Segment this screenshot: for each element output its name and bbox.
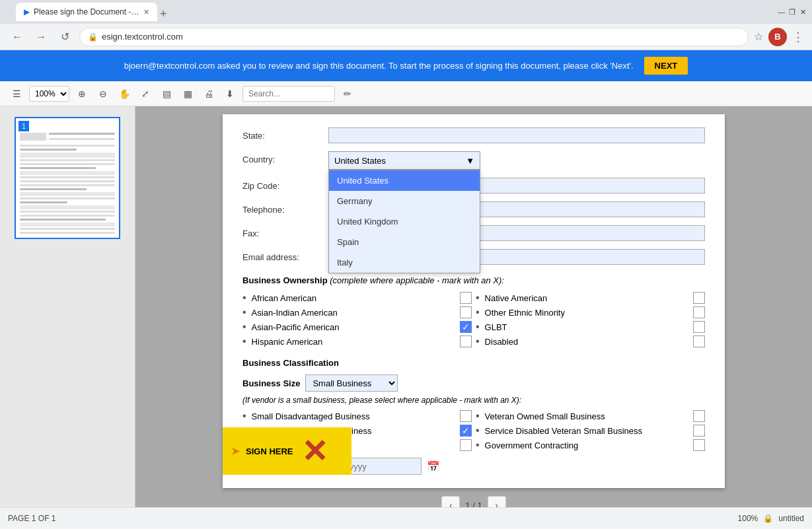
annotate-button[interactable]: ✏ [339, 85, 356, 102]
tab-close-button[interactable]: ✕ [143, 8, 149, 17]
status-lock-icon: 🔒 [763, 514, 773, 523]
ownership-row-hispanic: • Hispanic American [242, 335, 472, 347]
url-text: esign.textcontrol.com [102, 32, 183, 42]
profile-button[interactable]: B [768, 28, 787, 46]
main-area: 1 [0, 106, 812, 507]
check-mark-woman-icon: ✓ [462, 425, 470, 436]
prev-page-button[interactable]: ‹ [441, 496, 460, 507]
bookmark-button[interactable]: ☆ [754, 30, 763, 43]
restore-button[interactable]: ❐ [788, 8, 796, 16]
class-label-gov: Government Contracting [485, 441, 688, 450]
checkbox-small-dis[interactable] [460, 410, 472, 422]
notification-text: bjoern@textcontrol.com asked you to revi… [124, 61, 634, 71]
page-thumbnail[interactable]: 1 [15, 117, 120, 239]
small-biz-note: (If vendor is a small business, please s… [242, 396, 705, 405]
country-option-it[interactable]: Italy [329, 252, 480, 273]
tab-favicon-icon: ▶ [24, 7, 30, 17]
checkbox-hispanic[interactable] [460, 335, 472, 347]
back-button[interactable]: ← [8, 28, 26, 46]
status-right: 100% 🔒 untitled [738, 514, 804, 523]
ownership-row-glbt: • GLBT [476, 321, 705, 333]
ownership-row-other-ethnic: • Other Ethnic Minority [476, 306, 705, 318]
print-button[interactable]: 🖨 [200, 85, 217, 102]
minimize-button[interactable]: — [778, 8, 786, 16]
sign-here-label: SIGN HERE [246, 446, 293, 456]
status-tab-name: untitled [778, 514, 804, 523]
classification-title: Business Classification [242, 358, 705, 368]
ownership-label-african: African American [252, 293, 455, 303]
checkbox-gov[interactable] [693, 439, 705, 451]
classification-right-col: • Veteran Owned Small Business • Service… [476, 410, 705, 451]
zip-label: Zip Code: [242, 181, 328, 191]
next-page-button[interactable]: › [488, 496, 506, 507]
calendar-icon[interactable]: 📅 [427, 460, 440, 473]
class-label-small-dis: Small Disadvantaged Business [252, 411, 455, 421]
country-row: Country: United States ▼ United States G… [242, 151, 705, 170]
download-button[interactable]: ⬇ [221, 85, 239, 102]
checkbox-native[interactable] [693, 292, 705, 304]
forward-button[interactable]: → [32, 28, 50, 46]
zoom-out-button[interactable]: ⊖ [94, 85, 112, 102]
menu-button[interactable]: ⋮ [792, 30, 804, 44]
refresh-button[interactable]: ↺ [55, 28, 74, 46]
checkbox-hubzone[interactable] [460, 439, 472, 451]
status-zoom: 100% [738, 514, 758, 523]
checkbox-disabled[interactable] [693, 335, 705, 347]
class-label-service-dis: Service Disabled Veteran Small Business [485, 426, 688, 436]
business-size-select[interactable]: Small Business Large Business Medium Bus… [305, 374, 398, 392]
active-tab[interactable]: ▶ Please sign the Document - Text ✕ [16, 3, 157, 21]
sign-x-mark-icon: ✕ [301, 433, 328, 470]
checkbox-veteran[interactable] [693, 410, 705, 422]
checkbox-service-dis[interactable] [693, 425, 705, 437]
close-button[interactable]: ✕ [799, 8, 807, 16]
country-option-uk[interactable]: United Kingdom [329, 211, 480, 232]
zoom-in-button[interactable]: ⊕ [73, 85, 91, 102]
sidebar-toggle-button[interactable]: ☰ [8, 85, 25, 102]
browser-titlebar: ▶ Please sign the Document - Text ✕ + — … [0, 0, 812, 24]
country-option-de[interactable]: Germany [329, 191, 480, 211]
checkbox-asian-pacific[interactable]: ✓ [460, 321, 472, 333]
status-bar: PAGE 1 OF 1 100% 🔒 untitled [0, 507, 812, 528]
ownership-label-glbt: GLBT [485, 322, 688, 332]
next-button[interactable]: NEXT [644, 57, 688, 75]
pagination: ‹ 1 / 1 › [135, 496, 812, 507]
country-selected-value: United States [334, 156, 386, 166]
ownership-row-asian-pacific: • Asian-Pacific American ✓ [242, 321, 472, 333]
country-dropdown-arrow-icon: ▼ [466, 156, 474, 166]
zoom-select[interactable]: 100% 75% 125% 150% [29, 86, 69, 102]
fax-label: Fax: [242, 229, 328, 238]
country-option-es[interactable]: Spain [329, 232, 480, 252]
fit-page-button[interactable]: ⤢ [137, 85, 154, 102]
state-input[interactable] [328, 127, 705, 143]
state-row: State: [242, 127, 705, 143]
ownership-subtitle: (complete where applicable - mark with a… [330, 275, 504, 285]
pan-button[interactable]: ✋ [116, 85, 133, 102]
business-ownership-section: Business Ownership (complete where appli… [242, 275, 705, 347]
checkbox-other-ethnic[interactable] [693, 306, 705, 318]
class-label-veteran: Veteran Owned Small Business [485, 411, 688, 421]
checkbox-asian-indian[interactable] [460, 306, 472, 318]
ownership-row-asian-indian: • Asian-Indian American [242, 306, 472, 318]
page-info: 1 / 1 [465, 501, 482, 508]
doc-area: State: Country: United States ▼ United S… [135, 106, 812, 507]
country-dropdown-list: United States Germany United Kingdom Spa… [328, 170, 480, 273]
two-page-button[interactable]: ▦ [179, 85, 196, 102]
ownership-left-col: • African American • Asian-Indian Americ… [242, 292, 472, 347]
sign-here-banner[interactable]: ➤ SIGN HERE ✕ [223, 427, 351, 475]
country-dropdown-container: United States ▼ United States Germany Un… [328, 151, 474, 170]
new-tab-button[interactable]: + [160, 7, 167, 21]
checkbox-african[interactable] [460, 292, 472, 304]
address-bar[interactable]: 🔒 esign.textcontrol.com [79, 28, 749, 46]
ownership-grid: • African American • Asian-Indian Americ… [242, 292, 705, 347]
state-label: State: [242, 131, 328, 141]
search-input[interactable] [242, 86, 335, 102]
single-page-button[interactable]: ▤ [158, 85, 175, 102]
country-option-us[interactable]: United States [329, 170, 480, 191]
tab-bar: ▶ Please sign the Document - Text ✕ + [16, 3, 772, 21]
class-row-small-dis: • Small Disadvantaged Business [242, 410, 472, 422]
telephone-label: Telephone: [242, 205, 328, 215]
checkbox-glbt[interactable] [693, 321, 705, 333]
ownership-row-disabled: • Disabled [476, 335, 705, 347]
checkbox-woman[interactable]: ✓ [460, 425, 472, 437]
country-select-display[interactable]: United States ▼ [328, 151, 480, 170]
